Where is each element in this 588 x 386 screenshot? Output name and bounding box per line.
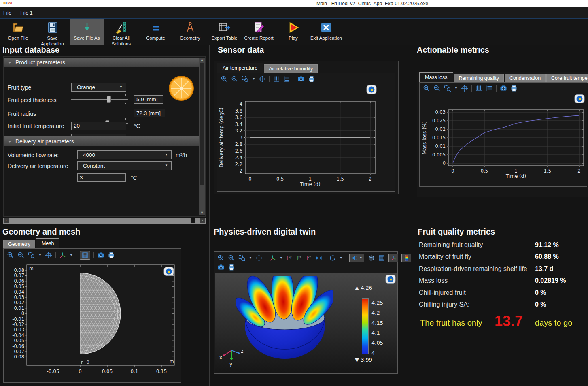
zoom-in-icon[interactable] [7, 252, 14, 259]
camera-icon[interactable] [217, 264, 225, 271]
toolbar-button-label: Open File [8, 35, 28, 41]
zoom-out-icon[interactable] [228, 254, 235, 262]
fruit-type-select[interactable]: Orange ▼ [71, 83, 126, 92]
print-icon[interactable] [308, 75, 315, 83]
print-icon[interactable] [510, 85, 518, 92]
zoom-out-icon[interactable] [231, 75, 238, 83]
chevron-down-icon[interactable]: ▼ [70, 254, 73, 257]
chevron-down-icon[interactable]: ▼ [252, 77, 255, 81]
product-parameters-header[interactable]: Product parameters [4, 58, 200, 67]
chevron-down-icon[interactable]: ▼ [38, 254, 42, 257]
tab-geometry[interactable]: Geometry [3, 240, 35, 249]
scroll-up-icon[interactable]: ∧ [199, 58, 205, 63]
grid-icon[interactable] [81, 252, 89, 259]
fruit-peel-thickness-slider[interactable] [71, 94, 128, 104]
colorbar-button[interactable] [401, 254, 411, 262]
zoom-in-icon[interactable] [217, 254, 225, 262]
cube-icon[interactable] [367, 254, 375, 262]
open-file-button[interactable]: Open File [1, 19, 35, 45]
metric-value: 0 % [535, 289, 588, 296]
slider-thumb[interactable] [107, 96, 111, 103]
zoom-out-icon[interactable] [433, 85, 441, 92]
menu-file[interactable]: File [3, 10, 11, 16]
zoom-box-icon[interactable] [444, 85, 451, 92]
zoom-box-icon[interactable] [28, 252, 35, 259]
camera-icon[interactable] [97, 252, 104, 259]
save-file-as-button[interactable]: Save File As [70, 19, 104, 45]
tab-condensation[interactable]: Condensation [505, 74, 546, 83]
tab-remaining-quality[interactable]: Remaining quality [454, 74, 504, 83]
y-grid-icon[interactable] [283, 75, 291, 83]
horizontal-scrollbar[interactable]: ‹ › [3, 218, 206, 224]
tab-core-fruit-temperature[interactable]: Core fruit temperature [546, 74, 588, 83]
svg-text:0.01: 0.01 [435, 143, 446, 149]
tab-air-relative-humidity[interactable]: Air relative humidity [264, 64, 318, 73]
geometry-button[interactable]: Geometry [173, 19, 207, 45]
play-button[interactable]: Play [276, 19, 310, 45]
zoom-box-icon[interactable] [242, 75, 249, 83]
chevron-down-icon[interactable]: ▼ [454, 87, 458, 90]
compute-button[interactable]: Compute [138, 19, 173, 45]
x-grid-icon[interactable] [475, 85, 482, 92]
small-triad-button[interactable] [388, 254, 398, 262]
grid-button[interactable] [80, 251, 90, 260]
delivery-air-temperature-select[interactable]: Constant▼ [77, 161, 172, 170]
view-yz-icon[interactable]: yz [296, 254, 302, 262]
menu-file-1[interactable]: File 1 [20, 10, 33, 16]
camera-icon[interactable] [500, 85, 507, 92]
small-triad-icon[interactable] [390, 254, 397, 262]
triad-icon[interactable] [269, 254, 276, 262]
chevron-down-icon[interactable]: ▼ [280, 256, 283, 260]
initial-fruit-temperature-input[interactable]: 20 [71, 122, 126, 130]
scroll-down-icon[interactable]: ∨ [199, 210, 205, 215]
save-application-button[interactable]: Save Application [35, 19, 70, 45]
tab-mass-loss[interactable]: Mass loss [419, 72, 453, 83]
vertical-scrollbar[interactable]: ∧ ∨ [199, 58, 205, 215]
svg-text:0.06: 0.06 [14, 278, 24, 284]
tab-air-temperature[interactable]: Air temperature [217, 63, 263, 73]
grid-icon[interactable] [378, 254, 385, 262]
fit-icon[interactable] [259, 75, 266, 83]
colorbar-icon[interactable] [403, 254, 410, 262]
fruit-radius-value[interactable]: 72.3 [mm] [134, 109, 165, 117]
metric-row: Mass loss0.02819 % [419, 275, 588, 287]
print-icon[interactable] [108, 252, 115, 259]
delivery-air-parameters-header[interactable]: Delivery air parameters [4, 136, 200, 146]
camera-icon[interactable] [297, 75, 305, 83]
y-grid-icon[interactable] [486, 85, 493, 92]
tab-mesh[interactable]: Mesh [36, 238, 60, 249]
zoom-box-icon[interactable] [238, 254, 246, 262]
view-xy-icon[interactable]: xy [286, 254, 293, 262]
scrollbar-thumb[interactable] [200, 63, 204, 185]
chevron-down-icon[interactable]: ▼ [249, 256, 252, 260]
svg-text:0: 0 [451, 168, 454, 174]
svg-text:0.1: 0.1 [130, 369, 138, 374]
fit-icon[interactable] [45, 252, 52, 259]
clear-all-solutions-button[interactable]: Clear All Solutions [104, 19, 138, 45]
chevron-down-icon[interactable]: ▼ [340, 256, 343, 260]
create-report-button[interactable]: Create Report [242, 19, 276, 45]
light-button[interactable]: ▼ [349, 254, 364, 262]
triad-icon[interactable] [59, 252, 66, 259]
zoom-out-icon[interactable] [17, 252, 25, 259]
zoom-in-icon[interactable] [221, 75, 228, 83]
chevron-down-icon[interactable]: ▼ [359, 256, 363, 260]
exit-application-button[interactable]: Exit Application [310, 19, 342, 45]
digital-twin-render-area[interactable]: ▲ 4.26 4.254.24.154.14.054 ▼ 3.99 [215, 273, 397, 373]
rotate-icon[interactable] [329, 254, 336, 262]
fit-icon[interactable] [255, 254, 263, 262]
view-xz-icon[interactable]: xz [306, 254, 312, 262]
zoom-in-icon[interactable] [423, 85, 430, 92]
scroll-left-icon[interactable]: ‹ [4, 218, 9, 223]
fit-icon[interactable] [461, 85, 468, 92]
light-icon[interactable] [351, 254, 358, 262]
mirror-icon[interactable] [315, 254, 323, 262]
fruit-peel-thickness-value[interactable]: 5.9 [mm] [134, 95, 163, 104]
print-icon[interactable] [228, 264, 235, 271]
export-table-button[interactable]: Export Table [207, 19, 242, 45]
volumetric-flow-rate-select[interactable]: 4000▼ [77, 150, 172, 159]
scroll-right-icon[interactable]: › [200, 218, 205, 223]
delivery-air-temperature-value-input[interactable]: 3 [77, 173, 126, 182]
x-grid-icon[interactable] [273, 75, 280, 83]
scrollbar-thumb[interactable] [191, 218, 195, 223]
